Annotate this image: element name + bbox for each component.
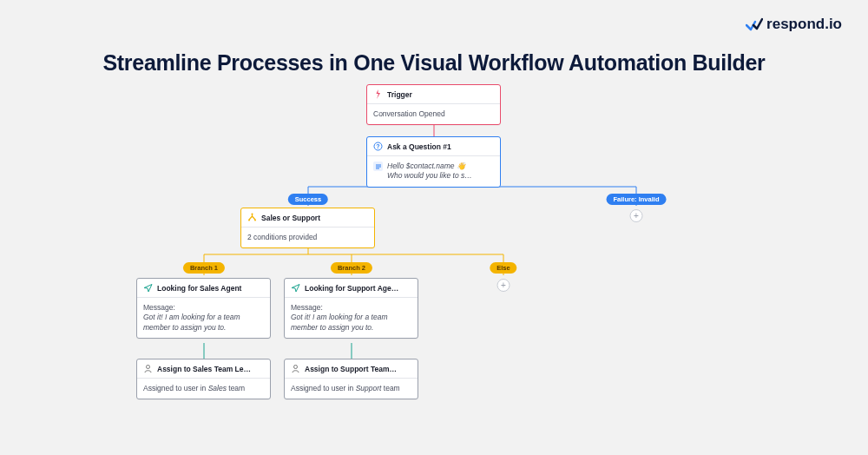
node-body: Hello $contact.name 👋Who would you like … [387,162,494,181]
brand-logo: respond.io [746,16,842,33]
brand-mark-icon [746,17,763,31]
brand-name: respond.io [766,16,842,33]
send-icon [143,283,153,293]
svg-point-19 [254,220,256,221]
node-title: Sales or Support [261,214,320,222]
node-assign-sales[interactable]: Assign to Sales Team Le… Assigned to use… [136,359,271,399]
svg-point-18 [248,220,250,221]
branch-label-success: Success [288,194,328,205]
add-step-button[interactable]: + [630,209,643,222]
node-title: Assign to Support Team… [305,365,397,373]
node-assign-support[interactable]: Assign to Support Team… Assigned to user… [284,359,418,399]
node-body: Message: Got it! I am looking for a team… [291,303,411,333]
node-send-message-support[interactable]: Looking for Support Age… Message: Got it… [284,278,418,339]
node-title: Looking for Sales Agent [157,284,241,293]
svg-point-17 [252,214,253,215]
svg-point-21 [294,366,298,369]
node-body: 2 conditions provided [247,233,368,242]
add-step-button[interactable]: + [497,279,510,292]
branch-label-b1: Branch 1 [183,262,225,274]
node-title: Ask a Question #1 [387,142,451,151]
node-title: Trigger [387,90,412,99]
node-send-message-sales[interactable]: Looking for Sales Agent Message: Got it!… [136,278,271,339]
assign-icon [143,364,153,373]
send-icon [291,283,300,293]
node-body: Assigned to user in Support team [291,384,411,393]
message-icon [373,162,383,171]
node-question[interactable]: ? Ask a Question #1 Hello $contact.name … [366,136,501,188]
trigger-icon [373,89,383,99]
branch-label-b2: Branch 2 [331,262,372,274]
node-body: Message: Got it! I am looking for a team… [143,303,264,333]
node-body: Assigned to user in Sales team [143,384,264,393]
page-title: Streamline Processes in One Visual Workf… [0,50,868,76]
assign-icon [291,364,300,373]
svg-point-20 [147,366,150,369]
question-icon: ? [373,142,383,151]
branch-label-failure: Failure: Invalid [607,194,667,205]
svg-text:?: ? [376,143,379,149]
node-branch[interactable]: Sales or Support 2 conditions provided [240,208,375,248]
node-body: Conversation Opened [373,109,494,119]
branch-icon [247,213,257,222]
node-title: Assign to Sales Team Le… [157,365,251,373]
branch-label-else: Else [490,262,516,274]
node-trigger[interactable]: Trigger Conversation Opened [366,84,501,125]
node-title: Looking for Support Age… [305,284,398,293]
workflow-canvas: Trigger Conversation Opened ? Ask a Ques… [0,82,868,455]
